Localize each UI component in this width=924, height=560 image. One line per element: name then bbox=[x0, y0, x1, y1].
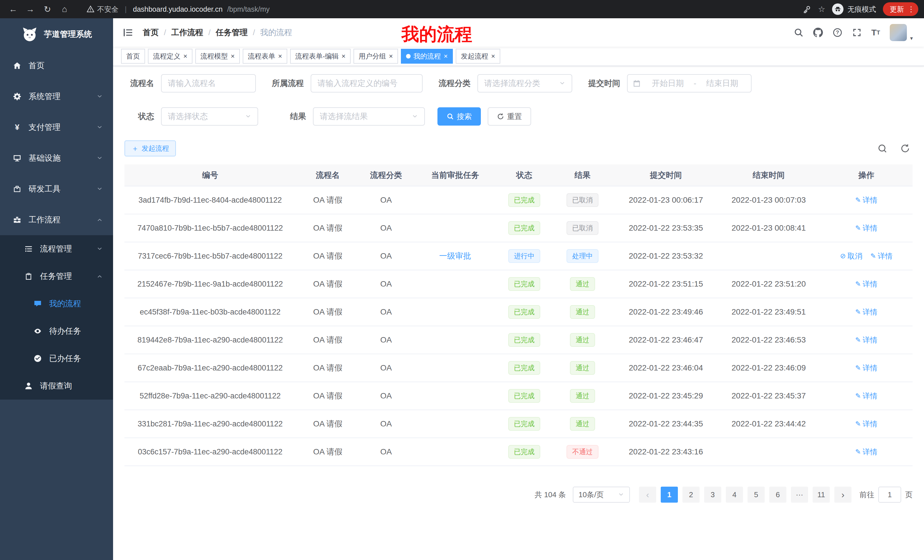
fullscreen-icon[interactable] bbox=[852, 28, 862, 37]
sidebar-collapse-button[interactable] bbox=[113, 18, 143, 47]
detail-icon: ✎ bbox=[855, 224, 861, 232]
browser-back-button[interactable]: ← bbox=[6, 2, 21, 16]
prev-page-button[interactable]: ‹ bbox=[639, 487, 656, 503]
page-button-6[interactable]: 6 bbox=[769, 487, 786, 503]
sidebar-item-todo-tasks[interactable]: 待办任务 bbox=[0, 317, 113, 345]
action-detail-button[interactable]: ✎详情 bbox=[855, 391, 878, 401]
page-size-select[interactable]: 10条/页 bbox=[573, 487, 630, 503]
tab-user-group[interactable]: 用户分组× bbox=[354, 49, 398, 64]
browser-forward-button[interactable]: → bbox=[23, 2, 38, 16]
search-button[interactable]: 搜索 bbox=[438, 107, 481, 126]
chat-bubble-icon bbox=[33, 299, 42, 308]
tab-process-model[interactable]: 流程模型× bbox=[195, 49, 240, 64]
avatar[interactable] bbox=[890, 24, 907, 41]
help-icon[interactable]: ? bbox=[832, 28, 842, 37]
action-detail-button[interactable]: ✎详情 bbox=[855, 447, 878, 457]
page-button-5[interactable]: 5 bbox=[747, 487, 765, 503]
sidebar-item-payment[interactable]: ¥ 支付管理 bbox=[0, 112, 113, 143]
action-detail-button[interactable]: ✎详情 bbox=[855, 335, 878, 345]
browser-update-button[interactable]: 更新 ⋮ bbox=[883, 2, 918, 16]
address-bar[interactable]: 不安全 | dashboard.yudao.iocoder.cn/bpm/tas… bbox=[80, 2, 795, 16]
github-icon[interactable] bbox=[813, 28, 823, 37]
more-pages-button[interactable]: ··· bbox=[791, 487, 808, 503]
tab-process-form[interactable]: 流程表单× bbox=[243, 49, 287, 64]
page-button-2[interactable]: 2 bbox=[682, 487, 700, 503]
status-tag: 已完成 bbox=[508, 277, 540, 291]
browser-home-button[interactable]: ⌂ bbox=[57, 2, 72, 16]
sidebar-item-task-management[interactable]: 任务管理 bbox=[0, 263, 113, 290]
refresh-icon[interactable] bbox=[898, 141, 913, 156]
reset-button[interactable]: 重置 bbox=[488, 107, 531, 126]
action-detail-button[interactable]: ✎详情 bbox=[855, 279, 878, 289]
process-name-input[interactable]: 请输入流程名 bbox=[161, 74, 256, 93]
app-logo[interactable]: 芋道管理系统 bbox=[0, 18, 113, 50]
tab-process-form-edit[interactable]: 流程表单-编辑× bbox=[290, 49, 351, 64]
sidebar-item-system[interactable]: 系统管理 bbox=[0, 81, 113, 112]
page-button-3[interactable]: 3 bbox=[704, 487, 721, 503]
goto-page-input[interactable]: 1 bbox=[878, 487, 901, 503]
cell-process-id: 2152467e-7b9b-11ec-9a1b-acde48001122 bbox=[124, 270, 296, 298]
close-icon[interactable]: × bbox=[183, 53, 188, 60]
sidebar-item-label: 工作流程 bbox=[28, 214, 60, 225]
action-detail-button[interactable]: ✎详情 bbox=[870, 251, 892, 261]
close-icon[interactable]: × bbox=[444, 53, 448, 60]
action-detail-button[interactable]: ✎详情 bbox=[855, 195, 878, 205]
process-category-select[interactable]: 请选择流程分类 bbox=[477, 74, 572, 93]
sidebar-item-my-process[interactable]: 我的流程 bbox=[0, 290, 113, 317]
result-select[interactable]: 请选择流结果 bbox=[313, 107, 425, 126]
submit-time-range-picker[interactable]: 开始日期 - 结束日期 bbox=[627, 74, 752, 93]
sidebar-item-dev-tools[interactable]: 研发工具 bbox=[0, 174, 113, 204]
close-icon[interactable]: × bbox=[491, 53, 495, 60]
next-page-button[interactable]: › bbox=[834, 487, 852, 503]
cancel-icon: ⊘ bbox=[840, 252, 846, 260]
date-start-placeholder[interactable]: 开始日期 bbox=[644, 78, 691, 89]
cell-category: OA bbox=[360, 214, 412, 242]
col-header-category: 流程分类 bbox=[360, 165, 412, 186]
sidebar-item-label: 支付管理 bbox=[28, 122, 60, 133]
goto-page: 前往 1 页 bbox=[860, 487, 913, 503]
tab-home[interactable]: 首页 bbox=[121, 49, 145, 64]
action-detail-button[interactable]: ✎详情 bbox=[855, 419, 878, 429]
sidebar-item-infrastructure[interactable]: 基础设施 bbox=[0, 143, 113, 174]
close-icon[interactable]: × bbox=[231, 53, 235, 60]
font-size-icon[interactable]: TT bbox=[872, 28, 880, 37]
breadcrumb-workflow[interactable]: 工作流程 bbox=[171, 27, 203, 38]
browser-menu-icon[interactable]: ⋮ bbox=[908, 5, 915, 14]
sidebar-item-workflow[interactable]: 工作流程 bbox=[0, 204, 113, 235]
user-menu[interactable]: ▼ bbox=[890, 24, 914, 41]
sidebar-item-leave-query[interactable]: 请假查询 bbox=[0, 372, 113, 400]
sidebar-item-done-tasks[interactable]: 已办任务 bbox=[0, 345, 113, 372]
date-end-placeholder[interactable]: 结束日期 bbox=[699, 78, 746, 89]
detail-icon: ✎ bbox=[870, 252, 876, 260]
tab-my-process[interactable]: 我的流程× bbox=[401, 49, 453, 64]
process-definition-input[interactable]: 请输入流程定义的编号 bbox=[310, 74, 423, 93]
browser-refresh-button[interactable]: ↻ bbox=[40, 2, 55, 16]
close-icon[interactable]: × bbox=[278, 53, 282, 60]
close-icon[interactable]: × bbox=[342, 53, 345, 60]
sidebar-item-process-management[interactable]: 流程管理 bbox=[0, 235, 113, 263]
search-icon[interactable] bbox=[794, 28, 804, 37]
sidebar-item-home[interactable]: 首页 bbox=[0, 50, 113, 81]
page-title-annotation: 我的流程 bbox=[402, 22, 472, 46]
close-icon[interactable]: × bbox=[389, 53, 393, 60]
tab-process-definition[interactable]: 流程定义× bbox=[148, 49, 192, 64]
status-select[interactable]: 请选择状态 bbox=[161, 107, 258, 126]
bookmark-star-icon[interactable]: ☆ bbox=[818, 4, 825, 14]
breadcrumb-home[interactable]: 首页 bbox=[143, 27, 159, 38]
page-button-1[interactable]: 1 bbox=[661, 487, 678, 503]
toggle-search-icon[interactable] bbox=[875, 141, 890, 156]
current-task-link[interactable]: 一级审批 bbox=[439, 252, 471, 260]
cell-submit-time: 2022-01-22 23:44:35 bbox=[615, 410, 717, 438]
start-process-button[interactable]: ＋ 发起流程 bbox=[124, 141, 176, 156]
chevron-down-icon bbox=[96, 246, 103, 252]
action-detail-button[interactable]: ✎详情 bbox=[855, 223, 878, 233]
action-detail-button[interactable]: ✎详情 bbox=[855, 363, 878, 373]
password-key-icon[interactable] bbox=[802, 5, 811, 13]
security-warning[interactable]: 不安全 bbox=[87, 4, 118, 14]
tab-start-process[interactable]: 发起流程× bbox=[456, 49, 500, 64]
page-button-4[interactable]: 4 bbox=[726, 487, 743, 503]
action-cancel-button[interactable]: ⊘取消 bbox=[840, 251, 862, 261]
action-detail-button[interactable]: ✎详情 bbox=[855, 307, 878, 317]
page-button-11[interactable]: 11 bbox=[813, 487, 830, 503]
breadcrumb-task-management[interactable]: 任务管理 bbox=[216, 27, 248, 38]
